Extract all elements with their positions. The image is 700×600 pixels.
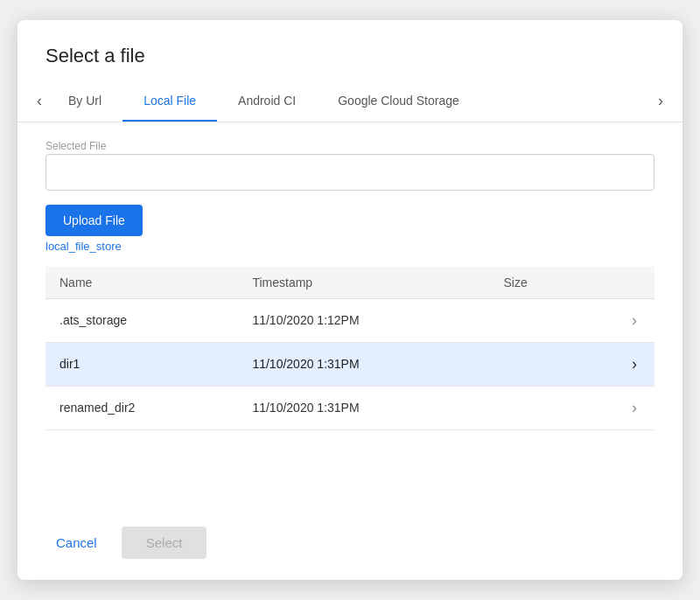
- col-header-timestamp: Timestamp: [238, 267, 489, 299]
- select-button: Select: [122, 527, 207, 559]
- file-table: NameTimestampSize .ats_storage11/10/2020…: [46, 267, 654, 430]
- tab-google-cloud-storage[interactable]: Google Cloud Storage: [317, 81, 480, 122]
- cell-name: .ats_storage: [46, 298, 238, 342]
- tab-arrow-right[interactable]: ›: [653, 85, 668, 117]
- tabs-container: ‹ By UrlLocal FileAndroid CIGoogle Cloud…: [18, 81, 682, 122]
- cell-timestamp: 11/10/2020 1:31PM: [238, 342, 489, 386]
- tab-local-file[interactable]: Local File: [122, 81, 217, 122]
- cell-arrow[interactable]: ›: [586, 298, 654, 342]
- col-header-arrow: [586, 267, 654, 299]
- table-row[interactable]: dir111/10/2020 1:31PM›: [46, 342, 654, 386]
- cell-size: [490, 386, 586, 429]
- col-header-size: Size: [490, 267, 586, 299]
- cell-name: dir1: [46, 342, 238, 386]
- selected-file-input[interactable]: [46, 154, 654, 191]
- table-row[interactable]: renamed_dir211/10/2020 1:31PM›: [46, 386, 654, 429]
- selected-file-label: Selected File: [46, 140, 654, 152]
- tabs: By UrlLocal FileAndroid CIGoogle Cloud S…: [47, 81, 653, 122]
- cell-timestamp: 11/10/2020 1:12PM: [238, 298, 489, 342]
- cell-arrow[interactable]: ›: [586, 342, 654, 386]
- cell-size: [490, 342, 586, 386]
- cell-arrow[interactable]: ›: [586, 386, 654, 429]
- storage-link[interactable]: local_file_store: [46, 240, 654, 253]
- table-header: NameTimestampSize: [46, 267, 654, 299]
- col-header-name: Name: [46, 267, 238, 299]
- cell-timestamp: 11/10/2020 1:31PM: [238, 386, 489, 429]
- tab-by-url[interactable]: By Url: [47, 81, 122, 122]
- cell-size: [490, 298, 586, 342]
- footer: Cancel Select: [18, 509, 682, 580]
- content-area: Selected File Upload File local_file_sto…: [18, 122, 682, 510]
- dialog-title: Select a file: [18, 20, 682, 81]
- tab-arrow-left[interactable]: ‹: [32, 85, 47, 117]
- table-body: .ats_storage11/10/2020 1:12PM›dir111/10/…: [46, 298, 654, 429]
- upload-file-button[interactable]: Upload File: [46, 205, 143, 236]
- select-file-dialog: Select a file ‹ By UrlLocal FileAndroid …: [18, 20, 682, 580]
- table-row[interactable]: .ats_storage11/10/2020 1:12PM›: [46, 298, 654, 342]
- tab-android-ci[interactable]: Android CI: [217, 81, 317, 122]
- cell-name: renamed_dir2: [46, 386, 238, 429]
- cancel-button[interactable]: Cancel: [46, 528, 108, 557]
